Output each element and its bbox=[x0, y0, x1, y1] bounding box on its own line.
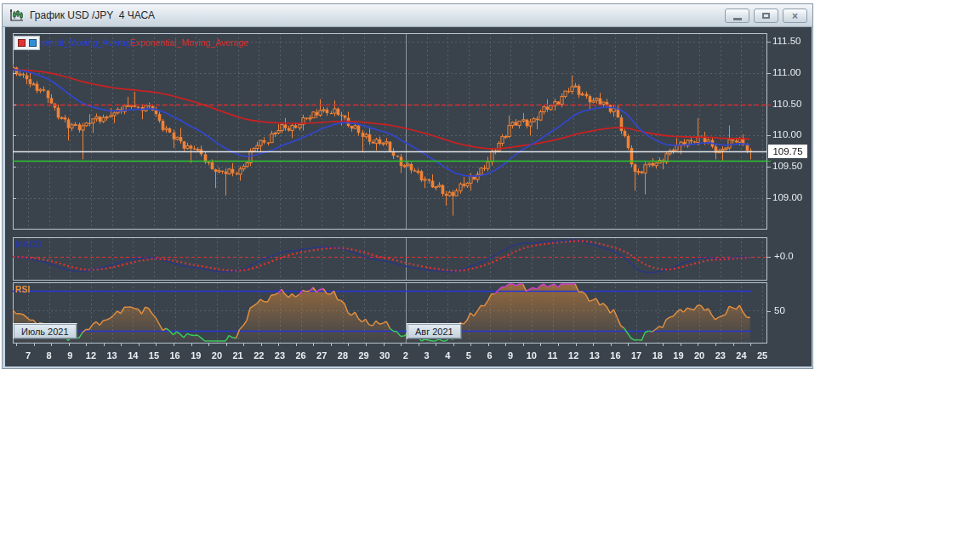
time-axis-label: 30 bbox=[373, 350, 396, 361]
time-axis-label: 8 bbox=[38, 350, 60, 361]
price-axis-label: 110.50 bbox=[772, 99, 801, 109]
time-axis-label: 13 bbox=[101, 350, 123, 361]
time-axis-label: 9 bbox=[499, 350, 521, 361]
price-axis-label: 111.50 bbox=[772, 36, 801, 46]
close-button[interactable]: × bbox=[783, 9, 807, 23]
window-controls: × bbox=[725, 9, 807, 23]
time-axis-label: 15 bbox=[143, 350, 165, 361]
time-axis-label: 19 bbox=[185, 350, 207, 361]
chart-window: График USD /JPY 4 ЧАСА × Exponential_Mov… bbox=[2, 3, 813, 369]
minimize-button[interactable] bbox=[725, 9, 749, 23]
time-axis-label: 16 bbox=[604, 350, 626, 361]
time-axis-label: 12 bbox=[80, 350, 102, 361]
time-axis-label: 24 bbox=[730, 350, 752, 361]
time-axis-label: 16 bbox=[164, 350, 186, 361]
window-title: График USD /JPY 4 ЧАСА bbox=[30, 9, 155, 21]
time-axis-label: 12 bbox=[562, 350, 584, 361]
time-axis-label: 7 bbox=[17, 350, 39, 361]
legend-label-ema-slow: Exponential_Moving_Average bbox=[130, 37, 248, 48]
time-axis-label: 3 bbox=[416, 350, 438, 361]
month-badge-july[interactable]: Июль 2021 bbox=[13, 323, 77, 339]
time-axis-label: 10 bbox=[521, 350, 543, 361]
time-axis-label: 17 bbox=[625, 350, 647, 361]
time-axis-label: 29 bbox=[353, 350, 375, 361]
chart-overlay: Exponential_Moving_Average Exponential_M… bbox=[5, 27, 812, 366]
time-axis-label: 19 bbox=[667, 350, 689, 361]
macd-axis-label: +0.0 bbox=[774, 251, 794, 261]
legend-red-swatch[interactable] bbox=[18, 39, 26, 47]
time-axis-label: 20 bbox=[206, 350, 228, 361]
time-axis-label: 28 bbox=[332, 350, 354, 361]
legend-color-box bbox=[14, 36, 40, 50]
price-axis-label: 110.00 bbox=[772, 129, 801, 139]
time-axis-label: 23 bbox=[709, 350, 732, 361]
restore-icon bbox=[762, 13, 770, 19]
time-axis-label: 2 bbox=[395, 350, 417, 361]
restore-button[interactable] bbox=[754, 9, 778, 23]
macd-panel-label: MACD bbox=[15, 239, 43, 249]
time-axis-label: 9 bbox=[59, 350, 81, 361]
window-titlebar[interactable]: График USD /JPY 4 ЧАСА × bbox=[3, 4, 812, 27]
time-axis-label: 11 bbox=[542, 350, 564, 361]
rsi-panel-label: RSI bbox=[15, 284, 31, 294]
time-axis-label: 27 bbox=[311, 350, 333, 361]
price-axis-label: 109.00 bbox=[772, 192, 802, 202]
current-price-badge: 109.75 bbox=[768, 145, 807, 158]
time-axis-label: 26 bbox=[290, 350, 312, 361]
time-axis-label: 21 bbox=[227, 350, 249, 361]
time-axis-label: 23 bbox=[269, 350, 291, 361]
time-axis-label: 6 bbox=[479, 350, 501, 361]
time-axis-label: 22 bbox=[248, 350, 270, 361]
close-icon: × bbox=[792, 11, 798, 21]
desktop: График USD /JPY 4 ЧАСА × Exponential_Mov… bbox=[0, 0, 980, 551]
candlestick-chart-icon bbox=[9, 9, 24, 22]
time-axis-label: 5 bbox=[458, 350, 480, 361]
minimize-icon bbox=[733, 18, 742, 20]
price-axis-label: 109.50 bbox=[772, 161, 802, 171]
price-axis-label: 111.00 bbox=[772, 67, 801, 77]
chart-client-area: Exponential_Moving_Average Exponential_M… bbox=[5, 27, 812, 366]
time-axis-label: 14 bbox=[122, 350, 144, 361]
time-axis-label: 13 bbox=[584, 350, 606, 361]
legend-blue-swatch[interactable] bbox=[29, 39, 37, 47]
time-axis-label: 18 bbox=[647, 350, 669, 361]
time-axis-label: 20 bbox=[688, 350, 710, 361]
time-axis-label: 25 bbox=[751, 350, 773, 361]
rsi-axis-label: 50 bbox=[774, 305, 785, 315]
time-axis-label: 4 bbox=[436, 350, 459, 361]
month-badge-august[interactable]: Авг 2021 bbox=[407, 323, 462, 339]
